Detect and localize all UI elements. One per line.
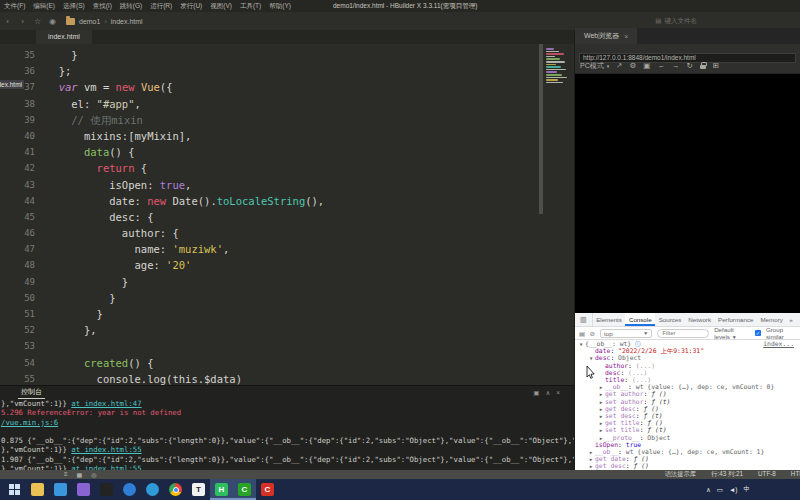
- code-text: };: [46, 63, 71, 79]
- settings-gear-icon[interactable]: ⚙: [630, 61, 637, 70]
- status-item[interactable]: HTML: [791, 470, 800, 479]
- file-explorer-icon[interactable]: [26, 479, 49, 500]
- open-external-browser-icon[interactable]: ↗: [616, 61, 622, 70]
- nav-back-icon[interactable]: ‹: [0, 17, 15, 26]
- context-select[interactable]: top ▼: [600, 329, 652, 338]
- start-button[interactable]: [3, 479, 26, 500]
- tree-arrow-icon[interactable]: ▶: [587, 456, 595, 463]
- console-log-line: },"vmCount":1}} at index.html:47: [1, 399, 574, 408]
- tree-arrow-icon[interactable]: ▶: [597, 420, 605, 427]
- menu-item[interactable]: 运行(R): [146, 2, 176, 11]
- tree-arrow-icon[interactable]: ▶: [597, 399, 605, 406]
- console-sidebar-icon[interactable]: ▤: [579, 330, 585, 337]
- ime-indicator[interactable]: 中: [744, 485, 751, 494]
- breadcrumb-file[interactable]: index.html: [111, 18, 143, 25]
- devtools-toggle-icon[interactable]: ▣: [643, 61, 650, 70]
- close-panel-icon[interactable]: ×: [556, 389, 560, 397]
- menu-item[interactable]: 文件(F): [0, 2, 29, 11]
- device-mode-select[interactable]: PC模式: [580, 61, 604, 71]
- menu-item[interactable]: 编辑(E): [29, 2, 59, 11]
- clear-console-icon[interactable]: ⊘: [590, 330, 595, 337]
- devtools-tab-performance[interactable]: Performance: [715, 313, 757, 326]
- menu-item[interactable]: 查找(I): [89, 2, 116, 11]
- collapsed-file-label[interactable]: index.html: [0, 80, 24, 89]
- c-red-app-icon[interactable]: C: [256, 479, 279, 500]
- back-arrow-icon[interactable]: ←: [657, 61, 665, 70]
- grid-menu-icon[interactable]: ⊞: [713, 61, 719, 70]
- source-link[interactable]: at index.html:55: [71, 445, 141, 454]
- devtools-tab-network[interactable]: Network: [685, 313, 715, 326]
- close-tab-icon[interactable]: ×: [624, 33, 628, 40]
- more-tabs-icon[interactable]: »: [786, 313, 795, 326]
- console-filter-input[interactable]: [657, 329, 709, 338]
- tree-arrow-icon[interactable]: ▶: [597, 384, 605, 391]
- editor-line: 51 }: [0, 306, 574, 322]
- tree-arrow-icon[interactable]: ▶: [587, 449, 595, 456]
- 3d-viewer-icon[interactable]: [72, 479, 95, 500]
- menu-item[interactable]: 跳转(G): [116, 2, 146, 11]
- devtools-source-link[interactable]: index...: [763, 341, 794, 348]
- devtools-tab-memory[interactable]: Memory: [757, 313, 786, 326]
- console-tab[interactable]: 控制台: [18, 387, 45, 399]
- file-search[interactable]: ▤ 键入文件名: [655, 17, 697, 26]
- tree-arrow-icon[interactable]: ▼: [577, 341, 585, 348]
- typora-icon[interactable]: T: [187, 479, 210, 500]
- menu-item[interactable]: 视图(V): [206, 2, 236, 11]
- menu-item[interactable]: 工具(T): [236, 2, 265, 11]
- browser-viewport[interactable]: [575, 74, 800, 313]
- app-blue-icon[interactable]: [118, 479, 141, 500]
- group-similar-checkbox[interactable]: ✓: [755, 330, 761, 336]
- source-link[interactable]: /vue.min.js:6: [1, 418, 58, 427]
- devtools-tab-elements[interactable]: Elements: [593, 313, 626, 326]
- code-text: date: new Date().toLocaleString(),: [46, 193, 324, 209]
- device-toolbar-icon[interactable]: ▥: [575, 313, 593, 326]
- target-icon[interactable]: ◎: [91, 471, 96, 478]
- edge-icon[interactable]: [141, 479, 164, 500]
- panel-icon[interactable]: ▦: [77, 471, 83, 478]
- record-icon[interactable]: ◉: [45, 17, 60, 26]
- chevron-up-icon[interactable]: ∧: [706, 486, 711, 494]
- tree-arrow-icon[interactable]: ▼: [587, 355, 595, 362]
- hbuilderx-icon[interactable]: H: [210, 479, 233, 500]
- url-bar: [575, 44, 800, 58]
- editor-pane: index.html index.html 35 }36 };37 var vm…: [0, 30, 575, 470]
- collapse-panel-icon[interactable]: ∧: [545, 389, 550, 397]
- code-editor[interactable]: index.html 35 }36 };37 var vm = new Vue(…: [0, 44, 574, 385]
- tree-arrow-icon[interactable]: ▶: [597, 406, 605, 413]
- media-player-icon[interactable]: [95, 479, 118, 500]
- refresh-icon[interactable]: ↻: [686, 61, 692, 70]
- chrome-icon[interactable]: [164, 479, 187, 500]
- status-item[interactable]: 语法提示库: [665, 470, 696, 479]
- status-item[interactable]: UTF-8: [758, 470, 776, 479]
- editor-tab-index-html[interactable]: index.html: [36, 30, 92, 44]
- menu-item[interactable]: 发行(U): [176, 2, 206, 11]
- volume-icon[interactable]: ◄): [729, 486, 738, 493]
- star-icon[interactable]: ☆: [30, 17, 45, 26]
- photos-icon[interactable]: [49, 479, 72, 500]
- display-icon[interactable]: ▭: [717, 486, 723, 494]
- code-text: el: "#app",: [46, 96, 141, 112]
- code-text: author: {: [46, 225, 179, 241]
- breadcrumb-project[interactable]: demo1: [79, 18, 100, 25]
- browser-panel: Web浏览器 × PC模式 ▾ ↗ ⚙ ▣ ← → ↻ ⊞ ▥ Elements…: [575, 28, 800, 470]
- tree-arrow-icon[interactable]: ▶: [597, 391, 605, 398]
- devtools-tab-sources[interactable]: Sources: [655, 313, 685, 326]
- devtools-tab-console[interactable]: Console: [625, 313, 655, 326]
- menu-item[interactable]: 帮助(Y): [265, 2, 295, 11]
- forward-arrow-icon[interactable]: →: [672, 61, 680, 70]
- web-browser-tab[interactable]: Web浏览器 ×: [575, 28, 637, 44]
- log-levels-select[interactable]: Default levels ▼: [714, 326, 750, 340]
- open-new-window-icon[interactable]: ▣: [533, 389, 539, 397]
- c-green-app-icon[interactable]: C: [233, 479, 256, 500]
- minimap[interactable]: [546, 47, 572, 84]
- code-text: return {: [46, 160, 147, 176]
- list-icon[interactable]: ≡: [64, 471, 68, 478]
- editor-scrollbar[interactable]: [539, 44, 543, 214]
- tree-arrow-icon[interactable]: ▶: [597, 413, 605, 420]
- editor-line: 55 console.log(this.$data): [0, 371, 574, 385]
- menu-item[interactable]: 选择(S): [59, 2, 89, 11]
- status-item[interactable]: 行:43 列:21: [711, 470, 743, 479]
- source-link[interactable]: at index.html:47: [71, 399, 141, 408]
- tree-arrow-icon[interactable]: ▶: [597, 427, 605, 434]
- nav-forward-icon[interactable]: ›: [15, 17, 30, 26]
